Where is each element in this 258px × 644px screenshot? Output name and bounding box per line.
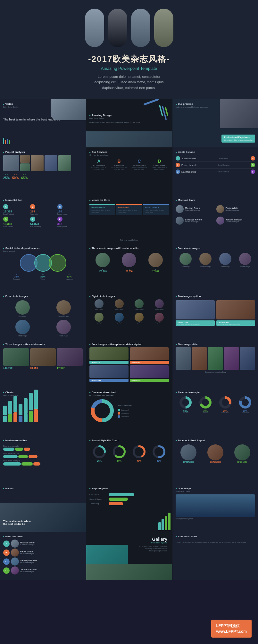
- mission-content: The best team is wherethe best leader be: [3, 520, 31, 525]
- iconic-item-d: D 18,368 Cloud Service: [3, 217, 29, 227]
- keys-title: Keys to grow: [89, 487, 169, 490]
- four-circles-1: First Image Second Image Third Image Fou…: [176, 253, 255, 268]
- round-pie-charts: 25% 60% 40%: [89, 445, 169, 462]
- team-member-4: Johanna Brown Studio Manager: [216, 217, 255, 225]
- iconic-two-grid: A 15,325 Social Network B 214 Advertisin…: [3, 204, 83, 227]
- slide-container: -2017欧美杂志风格- Amazing Powerpoint Template…: [0, 0, 258, 580]
- three-circle-title: Three circle images with social results: [89, 247, 169, 250]
- promise-photo: [220, 99, 258, 128]
- charts-title: Charts: [3, 391, 83, 394]
- rpie-50: [152, 445, 166, 458]
- slide-gallery: Gallery Break Slide System Lorem ipsum d…: [86, 532, 172, 580]
- gallery-bottom-img: [86, 564, 172, 580]
- iconic-item-e: E 54,873 Mail Marketing: [30, 217, 55, 227]
- keys-bars: [158, 513, 171, 530]
- pie-charts-row: 50% JANUARY 70% MARCH 30%: [176, 396, 255, 414]
- iconic-footer: Put your subtitle here: [120, 239, 138, 241]
- social-subtitle: Battle network: [3, 250, 83, 252]
- round-pie-title: Round Style Pie Chart: [89, 439, 169, 442]
- meet-team-1-title: Meet out team: [176, 199, 255, 202]
- amazing-image-strip: [86, 131, 172, 147]
- list-item: 1 Social Network Advertising 4: [176, 155, 255, 162]
- col-launch: Project Launch Lorem ipsum dolor sit ame…: [143, 204, 169, 215]
- slide-three-circle: Three circle images with social results …: [86, 244, 172, 292]
- meet-team-2-title: Meet out team: [3, 535, 83, 538]
- team-member-1: Michael Owen General Manager: [176, 205, 215, 213]
- slide-iconic-list-two: Iconic list two A 15,325 Social Network …: [0, 195, 86, 244]
- slide-mission: Mision The best team is wherethe best le…: [0, 484, 86, 532]
- hero-slide: -2017欧美杂志风格- Amazing Powerpoint Template…: [0, 0, 258, 99]
- mission-image: [0, 503, 86, 532]
- slide-our-promise: Our promise Nothing is impossible in our…: [172, 99, 258, 147]
- three-social-title: Three images with social results: [3, 343, 83, 346]
- project-stats: ■ ■ 25% ■ ■ 50% ■ ■ 65%: [3, 174, 83, 180]
- col-advertising: Advertising Lorem ipsum dolor sit amet c…: [116, 204, 142, 215]
- slide-four-circle-1: Four circle images First Image Second Im…: [172, 244, 258, 292]
- pillar-1: [85, 9, 104, 47]
- round-bars: Data one example Data two example: [3, 445, 83, 466]
- slide-iconic-list-one: Iconic list one 1 Social Network Adverti…: [172, 147, 258, 195]
- iconic-item-c: C 158 Project Launch: [57, 204, 83, 215]
- round-bar-title: Modern round bar: [3, 439, 83, 442]
- slides-row-3: Iconic list two A 15,325 Social Network …: [0, 195, 258, 244]
- slides-row-1: Vision Brief Style Guide The best team i…: [0, 99, 258, 147]
- pillar-2: [108, 9, 127, 47]
- facebook-title: Facebook Post Report: [176, 439, 255, 442]
- social-circle-3: [49, 254, 66, 272]
- charts-bars: [3, 400, 83, 422]
- slide-iconic-list-three: Iconic list three Social Network Lorem i…: [86, 195, 172, 244]
- team-2-member-2: B Paula White Studio Manager: [3, 549, 83, 557]
- slide-round-bar: Modern round bar Data one example Data t…: [0, 436, 86, 484]
- project-images: [3, 155, 83, 171]
- slide-meet-team-2: Meet out team A Michael Owen General Man…: [0, 532, 86, 580]
- slide-meet-team-1: Meet out team Michael Owen General Manag…: [172, 195, 258, 244]
- one-image-photo: [176, 494, 255, 517]
- slide-vision: Vision Brief Style Guide The best team i…: [0, 99, 86, 147]
- project-title: Project analysis: [3, 151, 83, 153]
- slide-circle-chart: Circle modern chart Good bye old, welcom…: [86, 388, 172, 436]
- social-title: Social Network post balance: [3, 247, 83, 250]
- pie-march: [199, 396, 212, 409]
- slides-row-6: Three images with social results 153,799…: [0, 340, 258, 388]
- slide-round-pie: Round Style Pie Chart 25% 60%: [86, 436, 172, 484]
- circle-chart-title: Circle modern chart: [89, 391, 169, 394]
- slide-project-analysis: Project analysis ■ ■ 25% ■ ■ 50%: [0, 147, 86, 195]
- three-circles: ▲ 153,789 ▲ 98,358 ▲ 17,587: [89, 253, 169, 272]
- rpie-40: [132, 445, 146, 458]
- hero-title: -2017欧美杂志风格-: [88, 54, 170, 65]
- mission-title: Mision: [3, 487, 83, 490]
- pie-chart-title: Pie chart example: [176, 391, 255, 394]
- list-item: 2 Project Launch Cloud Service 5: [176, 162, 255, 169]
- hero-pillars: [85, 9, 173, 47]
- extra-title: Additional Slide: [176, 535, 255, 538]
- facebook-stats: 187,987 LIKES 138,713 LIKES 93,726 LIKES: [176, 444, 255, 463]
- list-item: 3 Mail Marketing Development 6: [176, 169, 255, 175]
- pie-september: [219, 396, 231, 409]
- iconic-item-b: B 214 Advertising: [30, 204, 55, 215]
- team-grid-1: Michael Owen General Manager Paula White…: [176, 204, 255, 226]
- slides-row-4: Social Network post balance Battle netwo…: [0, 244, 258, 292]
- services-title: Our Services: [89, 151, 169, 153]
- slides-row-5: Four circle images First image Second im…: [0, 292, 258, 340]
- slide-keys-grow: Keys to grow First Steep Second Steep Th…: [86, 484, 172, 532]
- eight-circle-title: Eight circle images: [89, 295, 169, 298]
- team-2-member-4: D Johanna Brown Studio Manager: [3, 566, 83, 574]
- hero-desc: Lorem ipsum dolor sit amet, consectetura…: [95, 74, 164, 91]
- donut-chart: [89, 398, 115, 424]
- iconic-one-title: Iconic list one: [176, 151, 255, 153]
- four-circle-title-2: Four circle images: [3, 295, 83, 298]
- keys-list: First Steep Second Steep Third Steep: [89, 493, 169, 505]
- pillar-3: [131, 9, 150, 47]
- five-images-title: Five image slide: [176, 343, 255, 346]
- one-image-caption: Description about project: [176, 518, 255, 520]
- iconic-three-cols: Social Network Lorem ipsum dolor sit ame…: [89, 204, 169, 215]
- pillar-4: [154, 9, 173, 47]
- slide-five-images: Five image slide Description about galle…: [172, 340, 258, 388]
- team-2-member-1: A Michael Owen General Manager: [3, 540, 83, 548]
- iconic-two-title: Iconic list two: [3, 199, 83, 202]
- team-list-2: A Michael Owen General Manager B Paula W…: [3, 540, 83, 574]
- circle-chart-subtitle: Good bye old, welcome new.: [89, 394, 169, 396]
- four-circle-title-1: Four circle images: [176, 247, 255, 250]
- one-image-subtitle: Brief Style Guide: [176, 491, 255, 492]
- slide-four-circle-2: Four circle images First image Second im…: [0, 292, 86, 340]
